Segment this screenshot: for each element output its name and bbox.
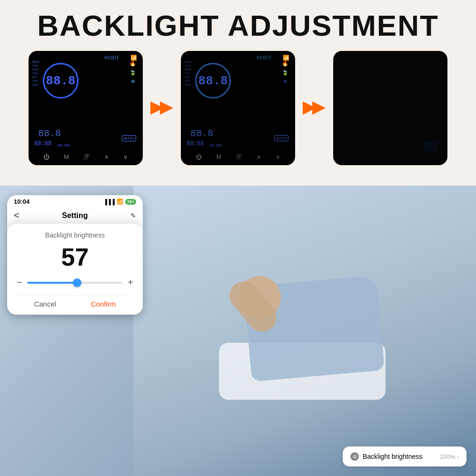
dim-off: OFF	[216, 144, 223, 147]
confirm-button[interactable]: Confirm	[91, 300, 116, 308]
gear-icon-bottom: ⚙	[350, 452, 359, 461]
slider-plus-button[interactable]: +	[128, 277, 133, 288]
dim-m[interactable]: M	[216, 153, 221, 160]
bottom-chevron: ›	[457, 453, 459, 460]
bottom-right-brightness-item[interactable]: ⚙ Backlight brightness 100% ›	[343, 446, 466, 466]
brightness-panel: Backlight brightness 57 − + Cancel Confi…	[7, 224, 143, 315]
dim-leaf: 🍃	[282, 69, 288, 76]
bottom-buttons: ⏻ M ⛈ ∧ ∨	[29, 153, 143, 160]
thermostat-bright: MON TUE WED THU FRI SAT SUN KC仅计 📶 88.8 …	[29, 51, 143, 165]
phone-time: 10:04	[14, 198, 30, 205]
right-icons: 🔥 🍃 ❄	[129, 60, 136, 85]
arrow-tri-2	[160, 101, 173, 115]
dim-temp: 88.8	[198, 74, 228, 88]
bottom-brightness-value: 100% ›	[439, 453, 459, 460]
bottom-setting-left: ⚙ Backlight brightness	[350, 452, 422, 461]
person-area	[133, 186, 476, 476]
status-icons: ▐▐▐ 📶 78+	[103, 198, 136, 205]
dim-up[interactable]: ∧	[257, 153, 261, 160]
dim-down[interactable]: ∨	[276, 153, 280, 160]
fan-btn[interactable]: ⛈	[83, 153, 89, 160]
bottom-brightness-val: 100%	[439, 453, 455, 460]
brightness-current-value: 57	[17, 243, 133, 271]
up-btn[interactable]: ∧	[104, 153, 109, 160]
on-label: ON	[57, 144, 62, 147]
thermostat-dim: MON TUE WED THU FRI SAT SUN KC仅计 📶 88.8 …	[181, 51, 295, 165]
slider-fill	[27, 282, 77, 284]
bottom-section: 10:04 ▐▐▐ 📶 78+ < Setting ✎ ⚙ Dehumidify…	[0, 186, 476, 476]
wifi-status-icon: 📶	[117, 198, 123, 205]
slider-track[interactable]	[27, 282, 123, 284]
page-title: Setting	[62, 211, 88, 220]
arrow-1	[148, 98, 176, 119]
temp-ring: 88.8	[43, 63, 79, 99]
auto-badge: AUTO	[122, 135, 136, 141]
slider-thumb[interactable]	[73, 278, 81, 287]
power-btn[interactable]: ⏻	[43, 153, 50, 160]
bottom-brightness-label: Backlight brightness	[363, 453, 422, 460]
brand-label: KC仅计	[104, 55, 119, 61]
dim-snow: ❄	[283, 79, 288, 85]
snowflake-icon: ❄	[131, 79, 135, 85]
battery-badge: 78+	[125, 199, 136, 205]
dim-flame: 🔥	[282, 60, 288, 67]
top-section: BACKLIGHT ADJUSTMENT MON TUE WED THU FRI…	[0, 0, 476, 186]
thermostat-row: MON TUE WED THU FRI SAT SUN KC仅计 📶 88.8 …	[0, 51, 476, 165]
brightness-actions: Cancel Confirm	[17, 296, 133, 310]
phone-header: < Setting ✎	[7, 207, 143, 225]
thermostat-off	[333, 51, 447, 165]
edit-button[interactable]: ✎	[130, 212, 136, 219]
down-btn[interactable]: ∨	[123, 153, 128, 160]
status-bar: 10:04 ▐▐▐ 📶 78+	[7, 195, 143, 207]
back-button[interactable]: <	[14, 210, 20, 221]
temp-display: 88.8	[46, 74, 75, 88]
dim-power[interactable]: ⏻	[196, 153, 202, 160]
cancel-button[interactable]: Cancel	[34, 300, 56, 308]
off-label: OFF	[64, 144, 70, 147]
dim-fan[interactable]: ⛈	[236, 153, 242, 160]
signal-icon: ▐▐▐	[103, 199, 114, 205]
dim-time: 88:88	[187, 140, 204, 147]
leaf-icon: 🍃	[129, 69, 136, 76]
lcd-time: 88:88	[34, 140, 51, 147]
m-btn[interactable]: M	[64, 153, 69, 160]
dim-auto: AUTO	[274, 135, 288, 141]
dim-on: ON	[209, 144, 215, 147]
dim-sub-temp: 88.8	[190, 128, 213, 139]
slider-container: − +	[17, 277, 133, 288]
flame-icon: 🔥	[129, 60, 136, 67]
phone-ui: 10:04 ▐▐▐ 📶 78+ < Setting ✎ ⚙ Dehumidify…	[7, 195, 143, 315]
arrow-2	[300, 98, 328, 119]
main-title: BACKLIGHT ADJUSTMENT	[37, 9, 439, 42]
brightness-panel-title: Backlight brightness	[17, 231, 133, 239]
arrow2-tri-2	[312, 101, 326, 115]
slider-minus-button[interactable]: −	[17, 277, 22, 288]
sub-temp: 88.8	[38, 128, 61, 139]
